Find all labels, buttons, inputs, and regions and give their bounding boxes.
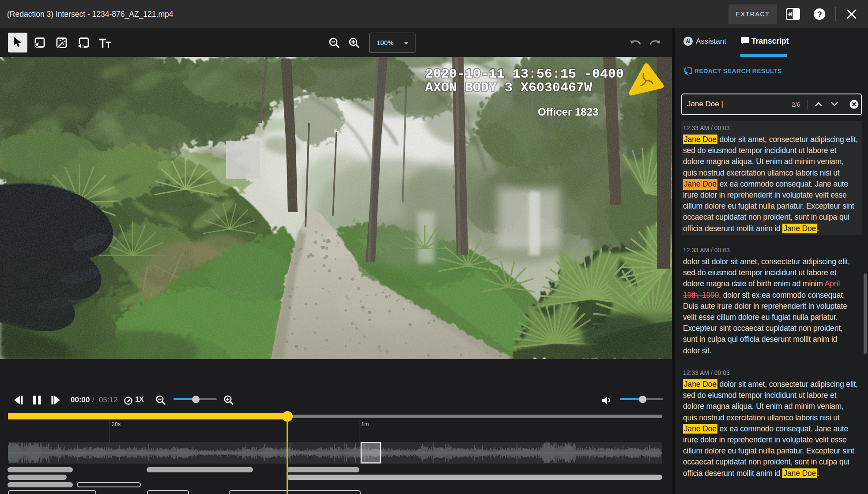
svg-text:Officer 1823: Officer 1823 xyxy=(538,106,598,118)
svg-text:AXON BODY 3 X6030467W: AXON BODY 3 X6030467W xyxy=(425,80,592,95)
svg-text:?: ? xyxy=(817,10,822,19)
svg-text:2020-10-11 13:56:15 -0400: 2020-10-11 13:56:15 -0400 xyxy=(425,67,624,82)
